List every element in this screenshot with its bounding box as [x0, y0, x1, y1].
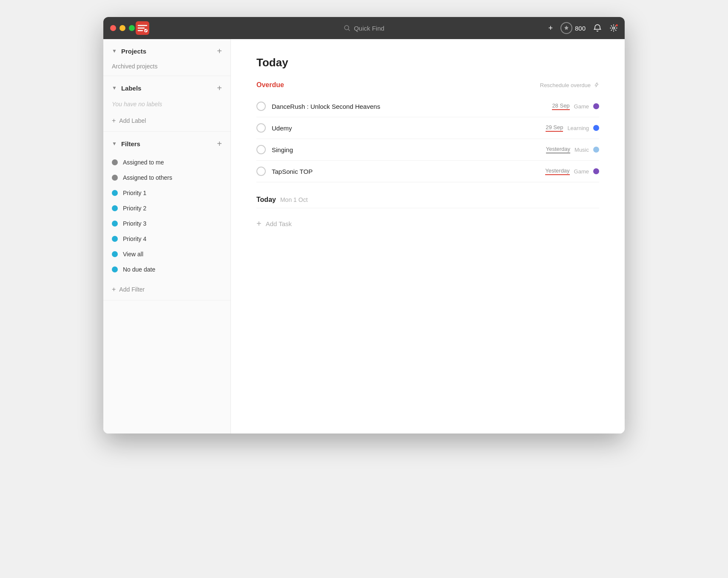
task-dot-4	[593, 168, 599, 174]
filters-title: Filters	[121, 140, 140, 147]
projects-header[interactable]: ▼ Projects +	[103, 39, 230, 60]
sidebar: ▼ Projects + Archived projects ▼ Labels …	[103, 39, 231, 434]
task-checkbox-4[interactable]	[256, 167, 266, 176]
filters-header[interactable]: ▼ Filters +	[103, 132, 230, 153]
karma-badge[interactable]: 800	[560, 22, 586, 34]
labels-header[interactable]: ▼ Labels +	[103, 76, 230, 97]
add-task-plus-icon: +	[256, 219, 262, 228]
filter-label-assigned-me: Assigned to me	[123, 159, 164, 166]
task-item: DanceRush : Unlock Second Heavens 28 Sep…	[256, 96, 599, 117]
page-title: Today	[256, 56, 599, 69]
filter-dot-view-all	[112, 251, 118, 257]
add-label-plus-icon: +	[112, 117, 116, 125]
filter-label-priority-2: Priority 2	[123, 205, 146, 212]
labels-title: Labels	[121, 85, 142, 92]
filters-chevron-icon: ▼	[112, 141, 117, 147]
filter-label-priority-1: Priority 1	[123, 190, 146, 196]
minimize-button[interactable]	[119, 25, 125, 31]
task-item: Udemy 29 Sep Learning	[256, 117, 599, 139]
task-dot-3	[593, 147, 599, 153]
titlebar-right: + 800	[548, 22, 618, 34]
add-filter-plus-icon: +	[112, 286, 116, 293]
projects-title: Projects	[121, 48, 146, 55]
filter-item-priority-2[interactable]: Priority 2	[103, 201, 230, 216]
today-label: Today	[256, 196, 276, 204]
add-button[interactable]: +	[548, 24, 553, 33]
filter-item-priority-3[interactable]: Priority 3	[103, 216, 230, 231]
task-date-3[interactable]: Yesterday	[546, 146, 570, 153]
add-filter-btn[interactable]: + Add Filter	[103, 282, 230, 300]
overdue-label: Overdue	[256, 81, 284, 89]
lightning-icon	[593, 82, 599, 88]
task-checkbox-2[interactable]	[256, 123, 266, 133]
notification-button[interactable]	[593, 24, 602, 32]
task-dot-1	[593, 103, 599, 109]
filter-item-assigned-me[interactable]: Assigned to me	[103, 155, 230, 170]
filters-header-left: ▼ Filters	[112, 140, 140, 147]
filter-label-assigned-others: Assigned to others	[123, 174, 172, 181]
search-icon	[344, 25, 350, 31]
filter-item-view-all[interactable]: View all	[103, 246, 230, 262]
close-button[interactable]	[110, 25, 116, 31]
task-date-4[interactable]: Yesterday	[545, 167, 569, 175]
task-item: Singing Yesterday Music	[256, 139, 599, 161]
filter-label-priority-3: Priority 3	[123, 220, 146, 227]
task-date-1[interactable]: 28 Sep	[552, 102, 569, 110]
labels-header-left: ▼ Labels	[112, 85, 141, 92]
add-label-btn[interactable]: + Add Label	[103, 113, 230, 131]
filter-dot-priority-3	[112, 221, 118, 227]
overdue-section-header: Overdue Reschedule overdue	[256, 81, 599, 89]
add-filter-button[interactable]: +	[217, 139, 222, 148]
filter-item-no-due-date[interactable]: No due date	[103, 262, 230, 277]
main-content: Today Overdue Reschedule overdue DanceRu…	[231, 39, 625, 434]
maximize-button[interactable]	[129, 25, 135, 31]
projects-section: ▼ Projects + Archived projects	[103, 39, 230, 76]
task-name-4: TapSonic TOP	[272, 168, 539, 175]
filter-dot-assigned-others	[112, 175, 118, 181]
reschedule-overdue-button[interactable]: Reschedule overdue	[540, 82, 599, 88]
filter-dot-priority-1	[112, 190, 118, 196]
task-category-4: Game	[574, 168, 589, 175]
task-checkbox-1[interactable]	[256, 102, 266, 111]
filter-item-priority-4[interactable]: Priority 4	[103, 231, 230, 246]
add-label-button[interactable]: +	[217, 84, 222, 92]
task-dot-2	[593, 125, 599, 131]
no-labels-text: You have no labels	[103, 97, 230, 113]
filter-dot-priority-4	[112, 236, 118, 242]
task-checkbox-3[interactable]	[256, 145, 266, 154]
add-label-text: Add Label	[119, 117, 146, 124]
filters-section: ▼ Filters + Assigned to me Assigned to o…	[103, 132, 230, 300]
karma-count: 800	[575, 25, 586, 32]
filter-label-view-all: View all	[123, 251, 143, 258]
projects-header-left: ▼ Projects	[112, 48, 146, 55]
task-category-2: Learning	[567, 125, 589, 131]
task-item: TapSonic TOP Yesterday Game	[256, 161, 599, 182]
labels-chevron-icon: ▼	[112, 85, 117, 91]
settings-button[interactable]	[609, 24, 618, 32]
svg-point-3	[613, 27, 615, 29]
filter-dot-assigned-me	[112, 159, 118, 165]
projects-chevron-icon: ▼	[112, 48, 117, 54]
filter-item-priority-1[interactable]: Priority 1	[103, 185, 230, 201]
search-bar[interactable]: Quick Find	[344, 25, 384, 32]
task-meta-3: Yesterday Music	[546, 146, 599, 153]
task-meta-1: 28 Sep Game	[552, 102, 599, 110]
task-name-2: Udemy	[272, 125, 540, 132]
task-name-3: Singing	[272, 146, 540, 153]
app-body: ▼ Projects + Archived projects ▼ Labels …	[103, 39, 625, 434]
titlebar: Quick Find + 800	[103, 17, 625, 39]
task-meta-2: 29 Sep Learning	[546, 124, 599, 132]
add-task-button[interactable]: + Add Task	[256, 215, 599, 232]
filter-dot-priority-2	[112, 205, 118, 211]
filter-items-list: Assigned to me Assigned to others Priori…	[103, 153, 230, 282]
archived-projects-link[interactable]: Archived projects	[103, 60, 230, 76]
add-filter-text: Add Filter	[119, 286, 145, 293]
add-project-button[interactable]: +	[217, 47, 222, 55]
task-meta-4: Yesterday Game	[545, 167, 599, 175]
filter-label-no-due-date: No due date	[123, 266, 155, 273]
search-placeholder: Quick Find	[354, 25, 384, 32]
labels-section: ▼ Labels + You have no labels + Add Labe…	[103, 76, 230, 132]
filter-item-assigned-others[interactable]: Assigned to others	[103, 170, 230, 185]
task-date-2[interactable]: 29 Sep	[546, 124, 563, 132]
task-name-1: DanceRush : Unlock Second Heavens	[272, 103, 546, 110]
